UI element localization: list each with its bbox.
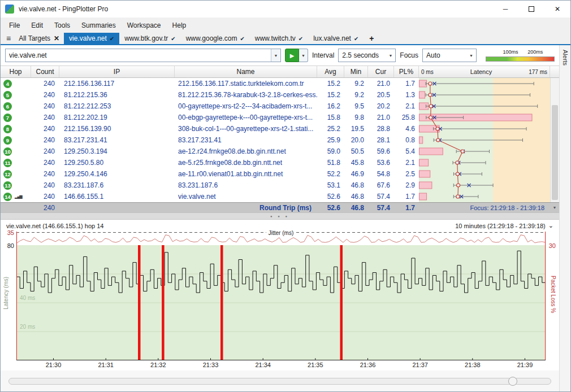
pl-cell: 1.7 (394, 80, 419, 88)
x-axis-label: 21:33 (203, 361, 219, 368)
hop-cell: 12 (1, 170, 31, 178)
pl-cell: 2.9 (394, 181, 419, 189)
close-button[interactable]: ✕ (544, 1, 570, 18)
app-window: vie.valve.net - PingPlotter Pro ─ ✕ File… (0, 0, 571, 392)
tab-vie-valve-net[interactable]: vie.valve.net ✔ (64, 33, 119, 44)
cur-cell: 20.5 (368, 91, 394, 99)
menu-workspace[interactable]: Workspace (122, 19, 166, 32)
name-cell: ae-5.r25.frnkge08.de.bb.gin.ntt.net (175, 159, 317, 167)
target-value: vie.valve.net (6, 51, 271, 59)
timeline-range-select[interactable]: 10 minutes (21:29:18 - 21:39:18) ⌄ (455, 222, 553, 229)
tab-lux-valve-net[interactable]: lux.valve.net ✔ (308, 33, 364, 44)
scrollbar-thumb[interactable] (552, 105, 558, 199)
pl-cell: 4.6 (394, 125, 419, 133)
col-header-pl[interactable]: PL% (394, 66, 419, 77)
tab-label: www.twitch.tv (255, 34, 296, 42)
col-header-latency-graph[interactable]: 0 ms Latency 177 ms (419, 66, 550, 77)
round-trip-cur: 57.4 (368, 204, 394, 212)
close-all-icon[interactable]: ✕ (54, 34, 59, 42)
tab-www-btk-gov-tr[interactable]: www.btk.gov.tr ✔ (119, 33, 181, 44)
tab-label: www.btk.gov.tr (124, 34, 168, 42)
focus-value: Auto (426, 51, 440, 59)
gridline-label-20: 20 ms (20, 324, 35, 330)
col-header-count[interactable]: Count (31, 66, 59, 77)
timeline-range-value: 10 minutes (21:29:18 - 21:39:18) (455, 223, 546, 229)
tab-www-google-com[interactable]: www.google.com ✔ (181, 33, 250, 44)
maximize-button[interactable] (518, 1, 544, 18)
ip-cell: 83.231.187.6 (59, 181, 175, 189)
check-icon: ✔ (299, 36, 303, 42)
cur-cell: 20.2 (368, 102, 394, 110)
min-cell: 50.5 (344, 147, 368, 155)
avg-cell: 15.2 (317, 80, 344, 88)
alerts-side-panel[interactable]: Alerts (559, 45, 570, 391)
pl-cell: 2.1 (394, 102, 419, 110)
menu-help[interactable]: Help (167, 19, 192, 32)
col-header-hop[interactable]: Hop (1, 66, 31, 77)
trace-options-dropdown[interactable]: ▼ (299, 49, 308, 62)
count-cell: 240 (31, 80, 59, 88)
col-header-min[interactable]: Min (344, 66, 368, 77)
hop-cell: 4 (1, 80, 31, 88)
latency-scale-gradient (486, 56, 555, 62)
packet-loss-axis-max: 30 (549, 242, 556, 249)
min-cell: 9.5 (344, 102, 368, 110)
avg-cell: 25.9 (317, 136, 344, 144)
hamburger-icon[interactable]: ≡ (3, 33, 14, 44)
cur-cell: 67.6 (368, 181, 394, 189)
cur-cell: 28.1 (368, 136, 394, 144)
timeline-scroll-knob[interactable] (508, 377, 517, 386)
tab-label: www.google.com (186, 34, 237, 42)
gridline-label-40: 40 ms (20, 295, 35, 301)
menu-file[interactable]: File (4, 19, 25, 32)
scrollbar-down-arrow[interactable]: ▼ (550, 206, 559, 210)
cur-cell: 53.6 (368, 159, 394, 167)
hop-cell: 11 (1, 159, 31, 167)
tab-www-twitch-tv[interactable]: www.twitch.tv ✔ (250, 33, 308, 44)
avg-cell: 52.6 (317, 193, 344, 201)
col-header-cur[interactable]: Cur (368, 66, 394, 77)
hop-cell: 9 (1, 136, 31, 145)
all-targets-tab[interactable]: All Targets ✕ (14, 33, 64, 44)
col-header-ip[interactable]: IP (59, 66, 175, 77)
check-icon: ✔ (171, 36, 175, 42)
focus-select[interactable]: Auto ▼ (422, 49, 477, 62)
hop-table-header: Hop Count IP Name Avg Min Cur PL% 0 ms L… (1, 66, 559, 78)
minimize-button[interactable]: ─ (492, 1, 518, 18)
name-cell: vie.valve.net (175, 193, 317, 201)
count-cell: 240 (31, 147, 59, 155)
add-target-button[interactable]: + (364, 33, 379, 44)
interval-select[interactable]: 2.5 seconds ▼ (338, 49, 396, 62)
graph-header-title: Latency (470, 68, 492, 75)
timeline-latency-chart[interactable] (16, 245, 546, 362)
interval-label: Interval (312, 51, 334, 59)
round-trip-pl: 1.7 (394, 204, 419, 212)
pl-cell: 2.5 (394, 170, 419, 178)
round-trip-avg: 52.6 (317, 204, 344, 212)
timeline-horizontal-scrollbar[interactable] (8, 378, 551, 385)
menu-edit[interactable]: Edit (26, 19, 48, 32)
target-combobox[interactable]: vie.valve.net ▼ (5, 49, 281, 62)
name-cell: 212.156.136.117.static.turktelekom.com.t… (175, 80, 317, 88)
col-header-name[interactable]: Name (175, 66, 317, 77)
chevron-down-icon[interactable]: ▼ (271, 49, 280, 62)
col-header-avg[interactable]: Avg (317, 66, 344, 77)
graph-scale-max: 177 ms (529, 69, 547, 75)
avg-cell: 52.2 (317, 170, 344, 178)
menu-summaries[interactable]: Summaries (76, 19, 121, 32)
menu-tools[interactable]: Tools (49, 19, 75, 32)
avg-cell: 59.0 (317, 147, 344, 155)
hop-cell: 8 (1, 125, 31, 133)
hop-number-badge: 7 (3, 114, 12, 122)
start-trace-button[interactable]: ▶ (285, 49, 299, 62)
main-area: vie.valve.net ▼ ▶ ▼ Interval 2.5 seconds… (1, 45, 570, 391)
name-cell: 00-ebgp-gayrettepe-k---00-gayrettepe-xrs… (175, 114, 317, 121)
chevron-down-icon: ▼ (469, 54, 473, 58)
panel-splitter[interactable]: ● ● ● (1, 212, 559, 220)
x-axis-label: 21:36 (360, 361, 376, 368)
menu-bar: File Edit Tools Summaries Workspace Help (1, 18, 570, 33)
table-vertical-scrollbar[interactable] (550, 78, 559, 202)
timeline-body: 35 80 Latency (ms) 30 Packet Loss % 40 m… (1, 232, 559, 371)
close-icon: ✕ (555, 5, 560, 13)
focus-period-label: Focus: 21:29:18 - 21:39:18 (419, 204, 550, 211)
